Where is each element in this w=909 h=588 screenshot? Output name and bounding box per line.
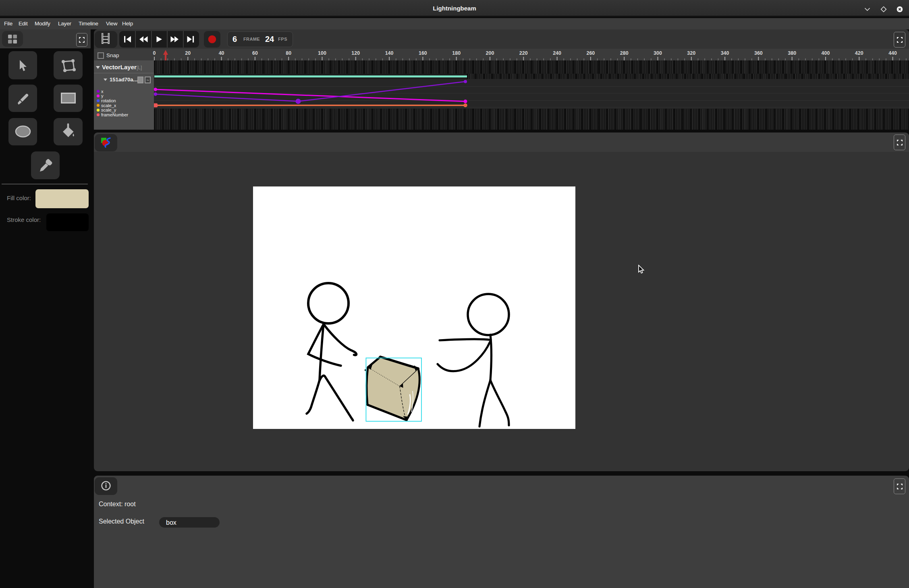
svg-text:300: 300 <box>654 50 662 56</box>
svg-text:160: 160 <box>419 50 427 56</box>
svg-text:80: 80 <box>286 50 291 56</box>
svg-text:260: 260 <box>586 50 595 56</box>
svg-text:280: 280 <box>620 50 629 56</box>
svg-text:360: 360 <box>754 50 763 56</box>
svg-text:140: 140 <box>385 50 394 56</box>
svg-text:rotation: rotation <box>101 98 116 103</box>
svg-text:40: 40 <box>219 50 224 56</box>
svg-text:scale_x: scale_x <box>101 103 116 108</box>
svg-text:380: 380 <box>788 50 796 56</box>
svg-text:100: 100 <box>318 50 326 56</box>
svg-text:200: 200 <box>486 50 494 56</box>
svg-text:420: 420 <box>855 50 863 56</box>
svg-text:220: 220 <box>519 50 528 56</box>
svg-text:x: x <box>101 89 104 94</box>
svg-text:scale_y: scale_y <box>101 108 116 112</box>
svg-text:240: 240 <box>553 50 561 56</box>
svg-text:y: y <box>101 93 104 98</box>
svg-text:440: 440 <box>888 50 897 56</box>
svg-text:120: 120 <box>351 50 360 56</box>
svg-text:0: 0 <box>153 50 156 56</box>
svg-text:400: 400 <box>822 50 830 56</box>
svg-text:60: 60 <box>252 50 258 56</box>
svg-text:340: 340 <box>721 50 729 56</box>
svg-text:320: 320 <box>687 50 695 56</box>
svg-text:20: 20 <box>185 50 191 56</box>
svg-text:frameNumber: frameNumber <box>101 112 129 117</box>
svg-text:180: 180 <box>452 50 461 56</box>
